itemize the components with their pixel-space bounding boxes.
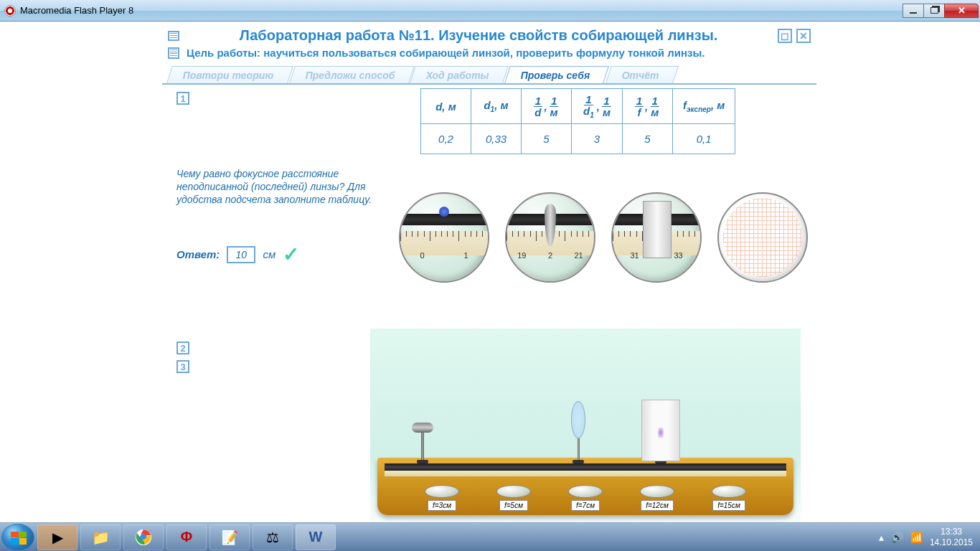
bench-rail (385, 463, 786, 471)
system-tray: ▴ 🔊 📶 13:33 14.10.2015 (879, 527, 980, 547)
col-d: d, м (421, 89, 471, 124)
taskbar-explorer[interactable]: 📁 (80, 524, 121, 550)
tab-bar: Повтори теорию Предложи способ Ход работ… (162, 66, 816, 85)
flash-app: Лабораторная работа №11. Изучение свойст… (162, 22, 816, 522)
results-table: d, м d1, м 1d,1м 1d1,1м 1f,1м fэкспер, м… (420, 88, 735, 154)
lens-tray: f=3см f=5см f=7см f=12см f=15см (406, 485, 765, 511)
magnifier-light[interactable]: 01 (399, 192, 489, 283)
app-close-button[interactable]: ✕ (796, 29, 811, 43)
col-inv-d: 1d,1м (522, 89, 572, 124)
app-header: Лабораторная работа №11. Изучение свойст… (162, 22, 816, 62)
calculator-icon[interactable] (168, 47, 179, 59)
network-icon[interactable]: 📶 (910, 532, 923, 543)
taskbar-notepad[interactable]: 📝 (209, 524, 250, 550)
window-title: Macromedia Flash Player 8 (20, 5, 903, 16)
step-3-badge[interactable]: 3 (176, 360, 189, 373)
menu-icon[interactable] (168, 31, 179, 41)
maximize-button[interactable] (923, 4, 945, 18)
taskbar-mediaplayer[interactable]: ▶ (37, 524, 77, 550)
optical-bench: f=3см f=5см f=7см f=12см f=15см (370, 329, 801, 537)
cell-d[interactable]: 0,2 (421, 124, 471, 154)
tab-check[interactable]: Проверь себя (504, 66, 609, 83)
window-titlebar: Macromedia Flash Player 8 ✕ (0, 0, 980, 22)
cell-inv-f[interactable]: 5 (623, 124, 673, 154)
col-d1: d1, м (471, 89, 522, 124)
answer-input[interactable] (227, 246, 255, 263)
magnifier-image[interactable] (717, 192, 808, 283)
col-inv-f: 1f,1м (623, 89, 673, 124)
table-header-row: d, м d1, м 1d,1м 1d1,1м 1f,1м fэкспер, м (421, 89, 735, 124)
answer-label: Ответ: (176, 248, 220, 260)
close-button[interactable]: ✕ (944, 4, 979, 18)
taskbar: ▶ 📁 Φ 📝 ⚖ W ▴ 🔊 📶 13:33 14.10.2015 (0, 522, 980, 551)
step-2-badge[interactable]: 2 (176, 342, 189, 354)
screen-on-bench[interactable] (641, 400, 680, 463)
answer-unit: см (263, 248, 275, 260)
content-area: 1 2 3 d, м d1, м 1d,1м 1d1,1м 1f,1м fэкс… (162, 85, 816, 99)
tray-lens-5cm[interactable]: f=5см (496, 485, 531, 511)
taskbar-scales[interactable]: ⚖ (253, 524, 293, 550)
volume-icon[interactable]: 🔊 (891, 532, 903, 543)
tray-lens-15cm[interactable]: f=15см (712, 485, 746, 511)
lens-on-bench[interactable] (571, 401, 585, 463)
cell-fexp[interactable]: 0,1 (673, 124, 735, 154)
question-text: Чему равно фокусное расстояние неподписа… (176, 167, 377, 207)
minimize-button[interactable] (903, 4, 924, 18)
tray-lens-12cm[interactable]: f=12см (640, 485, 674, 511)
magnifier-row: 01 19221 3133 (399, 192, 808, 283)
col-inv-d1: 1d1,1м (572, 89, 623, 124)
fullscreen-button[interactable]: ◻ (778, 29, 792, 43)
tray-chevron-icon[interactable]: ▴ (879, 532, 884, 543)
col-fexp: fэкспер, м (673, 89, 735, 124)
tab-method[interactable]: Предложи способ (289, 66, 415, 83)
clock[interactable]: 13:33 14.10.2015 (930, 527, 973, 547)
tab-theory[interactable]: Повтори теорию (166, 66, 293, 83)
tray-lens-3cm[interactable]: f=3см (425, 485, 459, 511)
light-source[interactable] (412, 423, 433, 463)
tab-procedure[interactable]: Ход работы (410, 66, 509, 83)
bench-ruler (385, 471, 786, 476)
taskbar-chrome[interactable] (123, 524, 164, 550)
taskbar-app-f[interactable]: Φ (166, 524, 207, 550)
magnifier-screen[interactable]: 3133 (611, 192, 702, 283)
app-icon (4, 5, 16, 17)
table-row: 0,2 0,33 5 3 5 0,1 (421, 124, 735, 154)
tab-report[interactable]: Отчёт (606, 66, 679, 83)
tray-lens-7cm[interactable]: f=7см (568, 485, 603, 511)
start-button[interactable] (1, 524, 34, 551)
cell-d1[interactable]: 0,33 (471, 124, 522, 154)
taskbar-word[interactable]: W (296, 524, 336, 550)
check-icon[interactable]: ✓ (283, 242, 299, 266)
answer-row: Ответ: см ✓ (176, 242, 299, 266)
lab-goal: Цель работы: научиться пользоваться соби… (187, 47, 705, 59)
magnifier-lens[interactable]: 19221 (505, 192, 595, 283)
window-controls: ✕ (903, 4, 979, 18)
lab-title: Лабораторная работа №11. Изучение свойст… (179, 27, 778, 44)
cell-inv-d[interactable]: 5 (522, 124, 572, 154)
step-1-badge[interactable]: 1 (176, 92, 189, 105)
cell-inv-d1[interactable]: 3 (572, 124, 623, 154)
